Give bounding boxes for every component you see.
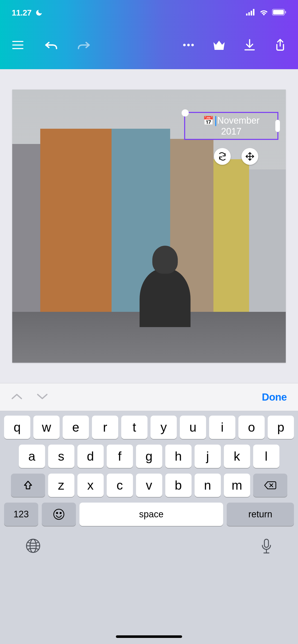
key-p[interactable]: p — [268, 416, 294, 439]
canvas-area: 📅November 2017 — [0, 69, 298, 383]
key-e[interactable]: e — [63, 416, 89, 439]
building-illustration — [12, 144, 43, 317]
return-key[interactable]: return — [227, 503, 294, 526]
moon-icon — [35, 5, 43, 20]
element-float-controls — [214, 148, 258, 165]
key-s[interactable]: s — [48, 445, 74, 468]
key-t[interactable]: t — [121, 416, 147, 439]
key-x[interactable]: x — [77, 474, 104, 497]
rotate-button[interactable] — [214, 148, 231, 165]
share-icon[interactable] — [273, 37, 288, 53]
premium-crown-icon[interactable] — [211, 37, 227, 53]
keyboard-row-3: z x c v b n m — [3, 474, 295, 497]
app-header: 11.27 — [0, 0, 298, 69]
key-z[interactable]: z — [48, 474, 74, 497]
svg-rect-27 — [264, 539, 268, 547]
svg-rect-1 — [248, 12, 250, 16]
backspace-key[interactable] — [253, 474, 287, 497]
key-y[interactable]: y — [151, 416, 177, 439]
svg-point-22 — [57, 513, 58, 514]
svg-rect-3 — [253, 9, 254, 16]
more-options-icon[interactable] — [181, 37, 196, 53]
battery-icon — [272, 9, 286, 17]
svg-rect-6 — [285, 11, 286, 13]
key-l[interactable]: l — [253, 445, 279, 468]
shift-key[interactable] — [11, 474, 45, 497]
microphone-icon[interactable] — [260, 538, 273, 555]
redo-icon[interactable] — [76, 37, 92, 53]
design-canvas[interactable]: 📅November 2017 — [12, 90, 286, 363]
move-button[interactable] — [241, 148, 258, 165]
svg-point-23 — [60, 513, 61, 514]
globe-icon[interactable] — [25, 538, 41, 554]
hamburger-menu-icon[interactable] — [10, 37, 25, 53]
status-bar: 11.27 — [0, 0, 298, 25]
key-b[interactable]: b — [165, 474, 192, 497]
key-v[interactable]: v — [136, 474, 162, 497]
key-d[interactable]: d — [77, 445, 104, 468]
key-r[interactable]: r — [92, 416, 118, 439]
building-illustration — [249, 169, 286, 317]
text-content[interactable]: 📅November 2017 — [203, 115, 260, 137]
svg-rect-0 — [246, 13, 248, 16]
svg-point-10 — [183, 44, 186, 46]
building-illustration — [40, 129, 112, 317]
emoji-key[interactable] — [42, 503, 76, 526]
svg-rect-2 — [251, 11, 252, 16]
resize-handle-right[interactable] — [275, 120, 280, 132]
key-w[interactable]: w — [33, 416, 60, 439]
key-m[interactable]: m — [224, 474, 250, 497]
key-c[interactable]: c — [107, 474, 133, 497]
keyboard-row-2: a s d f g h j k l — [3, 445, 295, 468]
key-i[interactable]: i — [209, 416, 235, 439]
text-line-1: November — [217, 115, 260, 126]
calendar-emoji-icon: 📅 — [203, 116, 214, 125]
wifi-icon — [259, 9, 268, 17]
keyboard: q w e r t y u i o p a s d f g h j k l z … — [0, 411, 298, 644]
done-button[interactable]: Done — [262, 391, 287, 403]
key-g[interactable]: g — [136, 445, 162, 468]
resize-handle-top-left[interactable] — [182, 109, 189, 116]
key-f[interactable]: f — [107, 445, 133, 468]
undo-icon[interactable] — [43, 37, 59, 53]
key-a[interactable]: a — [19, 445, 45, 468]
svg-point-21 — [54, 509, 64, 519]
cellular-signal-icon — [246, 9, 256, 17]
building-illustration — [213, 159, 249, 317]
keyboard-row-1: q w e r t y u i o p — [3, 416, 295, 439]
svg-point-11 — [187, 44, 190, 46]
keyboard-row-4: 123 space return — [3, 503, 295, 526]
key-h[interactable]: h — [165, 445, 192, 468]
svg-rect-5 — [273, 10, 284, 14]
person-silhouette — [140, 269, 191, 327]
svg-rect-13 — [214, 48, 224, 50]
keyboard-bottom-bar — [3, 532, 295, 644]
download-icon[interactable] — [242, 37, 257, 53]
status-time: 11.27 — [12, 8, 32, 18]
key-j[interactable]: j — [195, 445, 221, 468]
key-o[interactable]: o — [238, 416, 265, 439]
chevron-up-icon[interactable] — [11, 393, 22, 401]
home-indicator[interactable] — [116, 635, 182, 638]
key-k[interactable]: k — [224, 445, 250, 468]
text-cursor — [215, 116, 216, 126]
keyboard-accessory-bar: Done — [0, 383, 298, 411]
selected-text-element[interactable]: 📅November 2017 — [184, 112, 278, 140]
text-line-2: 2017 — [221, 126, 241, 137]
chevron-down-icon[interactable] — [37, 393, 48, 401]
key-q[interactable]: q — [4, 416, 30, 439]
toolbar — [0, 25, 298, 69]
space-key[interactable]: space — [79, 503, 223, 526]
key-n[interactable]: n — [195, 474, 221, 497]
numbers-key[interactable]: 123 — [4, 503, 38, 526]
svg-point-12 — [191, 44, 194, 46]
key-u[interactable]: u — [180, 416, 206, 439]
